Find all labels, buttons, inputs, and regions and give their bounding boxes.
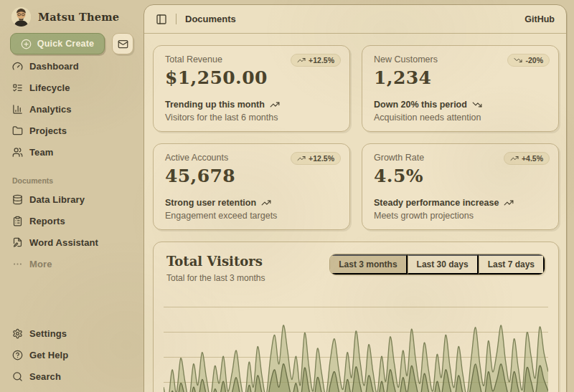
- help-circle-icon: [12, 350, 23, 360]
- sidebar-nav-main: Dashboard Lifecycle Analytics Projects T…: [10, 56, 133, 163]
- sidebar-item-label: Analytics: [29, 104, 72, 115]
- gear-icon: [12, 328, 23, 339]
- quick-create-row: Quick Create: [10, 33, 133, 54]
- folder-icon: [12, 125, 23, 136]
- sidebar-nav-footer: Settings Get Help Search: [10, 323, 133, 389]
- stat-footer-desc: Meets growth projections: [374, 211, 547, 221]
- list-todo-icon: [12, 82, 23, 93]
- sidebar-item-label: Reports: [29, 216, 65, 226]
- sidebar-item-more[interactable]: More: [10, 254, 133, 274]
- stat-footer-desc: Engagement exceed targets: [165, 211, 338, 221]
- stat-card-grid: Total Revenue +12.5% $1,250.00 Trending …: [153, 45, 559, 230]
- stat-card-active-accounts: Active Accounts +12.5% 45,678 Strong use…: [153, 143, 350, 230]
- sidebar-item-dashboard[interactable]: Dashboard: [10, 56, 133, 76]
- chart-header: Total Visitors Total for the last 3 mont…: [164, 252, 548, 283]
- sidebar-item-label: More: [29, 259, 52, 269]
- badge-value: +4.5%: [522, 154, 543, 163]
- stat-value: 45,678: [165, 166, 338, 186]
- stat-footer-title: Down 20% this period: [374, 100, 547, 110]
- sidebar-item-label: Word Assistant: [29, 237, 98, 248]
- ellipsis-icon: [12, 259, 23, 269]
- circle-plus-icon: [21, 39, 32, 49]
- main-content: Total Revenue +12.5% $1,250.00 Trending …: [144, 34, 566, 392]
- total-visitors-card: Total Visitors Total for the last 3 mont…: [153, 242, 559, 392]
- clipboard-list-icon: [12, 216, 23, 226]
- sidebar-item-label: Lifecycle: [29, 82, 70, 93]
- trend-icon: [297, 56, 306, 64]
- github-link[interactable]: GitHub: [524, 14, 555, 24]
- trend-icon: [472, 100, 482, 110]
- inbox-button[interactable]: [112, 33, 133, 54]
- trend-icon: [270, 100, 280, 110]
- sidebar-header: Matsu Theme: [10, 6, 133, 27]
- brand-title: Matsu Theme: [38, 11, 119, 23]
- sidebar-item-label: Get Help: [29, 350, 68, 360]
- main-panel: Documents GitHub Total Revenue +12.5% $1…: [144, 4, 567, 392]
- badge-value: +12.5%: [309, 56, 334, 64]
- gauge-icon: [12, 61, 23, 72]
- sidebar-nav-documents: Data Library Reports Word Assistant More: [10, 189, 133, 275]
- status-badge: +12.5%: [291, 54, 341, 67]
- stat-value: 4.5%: [374, 166, 547, 186]
- stat-footer-title-text: Strong user retention: [165, 198, 256, 208]
- chart-range-tabs: Last 3 months Last 30 days Last 7 days: [329, 254, 545, 275]
- stat-footer-title: Strong user retention: [165, 198, 338, 208]
- quick-create-button[interactable]: Quick Create: [10, 33, 105, 54]
- tab-last-3-months[interactable]: Last 3 months: [330, 254, 407, 274]
- chart-subtitle: Total for the last 3 months: [166, 273, 265, 283]
- sidebar-item-label: Team: [29, 147, 53, 158]
- stat-value: 1,234: [374, 67, 547, 88]
- trend-icon: [514, 56, 522, 64]
- sidebar-item-settings[interactable]: Settings: [10, 323, 133, 343]
- quick-create-label: Quick Create: [37, 39, 95, 49]
- stat-footer-title-text: Trending up this month: [165, 100, 265, 110]
- trend-icon: [261, 198, 271, 208]
- sidebar-item-label: Dashboard: [29, 61, 79, 72]
- sidebar-toggle-button[interactable]: [156, 14, 167, 25]
- stat-footer-title: Steady performance increase: [374, 198, 547, 208]
- badge-value: -20%: [525, 56, 543, 64]
- database-icon: [12, 194, 23, 205]
- search-icon: [12, 371, 23, 382]
- tab-last-30-days[interactable]: Last 30 days: [408, 254, 479, 274]
- mail-icon: [118, 39, 128, 49]
- header-divider: [176, 14, 177, 24]
- sidebar-item-lifecycle[interactable]: Lifecycle: [10, 77, 133, 97]
- avatar: [11, 7, 31, 27]
- chart-title: Total Visitors: [166, 254, 265, 269]
- stat-card-new-customers: New Customers -20% 1,234 Down 20% this p…: [362, 45, 559, 132]
- chart-area: [164, 295, 548, 392]
- sidebar-item-word-assistant[interactable]: Word Assistant: [10, 232, 133, 252]
- sidebar-item-search[interactable]: Search: [10, 366, 133, 386]
- sidebar-item-label: Data Library: [29, 194, 85, 205]
- stat-value: $1,250.00: [165, 67, 338, 88]
- stat-footer-title-text: Down 20% this period: [374, 100, 467, 110]
- users-icon: [12, 147, 23, 158]
- sidebar-item-label: Settings: [29, 328, 67, 339]
- badge-value: +12.5%: [309, 154, 334, 163]
- trend-icon: [297, 154, 306, 163]
- stat-footer-desc: Acquisition needs attention: [374, 113, 547, 123]
- status-badge: +12.5%: [291, 152, 341, 165]
- page-title: Documents: [185, 14, 236, 24]
- stat-footer-title-text: Steady performance increase: [374, 198, 499, 208]
- file-pen-icon: [12, 237, 23, 248]
- sidebar-item-reports[interactable]: Reports: [10, 211, 133, 231]
- trend-icon: [510, 154, 519, 163]
- sidebar-item-data-library[interactable]: Data Library: [10, 189, 133, 209]
- sidebar-item-label: Projects: [29, 125, 67, 136]
- sidebar-section-documents: Documents: [10, 176, 133, 185]
- sidebar-item-get-help[interactable]: Get Help: [10, 345, 133, 365]
- sidebar-item-projects[interactable]: Projects: [10, 120, 133, 140]
- stat-card-growth-rate: Growth Rate +4.5% 4.5% Steady performanc…: [362, 143, 559, 230]
- chart-column-icon: [12, 104, 23, 115]
- stat-card-total-revenue: Total Revenue +12.5% $1,250.00 Trending …: [153, 45, 350, 132]
- trend-icon: [504, 198, 514, 208]
- visitors-area-chart: [164, 295, 548, 392]
- status-badge: +4.5%: [504, 152, 550, 165]
- sidebar-item-team[interactable]: Team: [10, 142, 133, 162]
- chart-title-block: Total Visitors Total for the last 3 mont…: [166, 254, 265, 283]
- tab-last-7-days[interactable]: Last 7 days: [479, 254, 545, 274]
- sidebar-item-analytics[interactable]: Analytics: [10, 99, 133, 119]
- status-badge: -20%: [507, 54, 550, 67]
